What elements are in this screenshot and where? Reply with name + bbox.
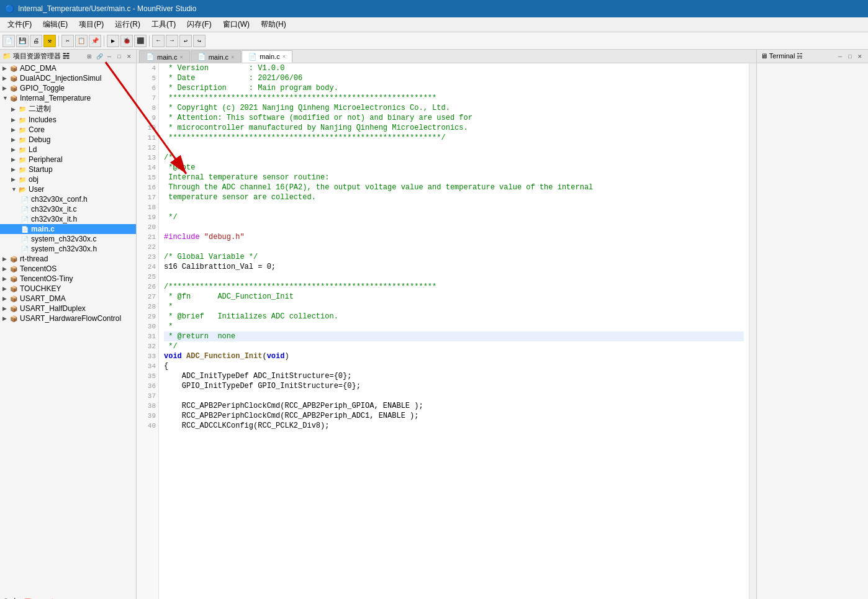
collapse-icon[interactable]: ⊞	[85, 52, 94, 61]
menu-window[interactable]: 窗口(W)	[218, 18, 255, 31]
tree-icon-USART_HardwareFlowControl: 📦	[9, 314, 19, 323]
tree-icon-USART_HalfDuplex: 📦	[9, 304, 19, 313]
tree-item-TOUCHKEY[interactable]: ▶📦TOUCHKEY	[0, 284, 136, 294]
close-panel-icon[interactable]: ✕	[125, 52, 133, 61]
close-tab1[interactable]: ×	[179, 54, 183, 60]
tree-item-ch32v30x_it.h[interactable]: 📄ch32v30x_it.h	[0, 214, 136, 224]
editor-area: 📄 main.c × 📄 main.c × 📄 main.c × 4567891…	[137, 50, 756, 599]
menu-help[interactable]: 帮助(H)	[256, 18, 291, 31]
tree-icon-ADC_DMA: 📦	[9, 64, 19, 73]
tree-arrow-ADC_DMA: ▶	[2, 65, 9, 71]
tree-arrow-USART_HalfDuplex: ▶	[2, 305, 9, 312]
minimize-icon[interactable]: ─	[105, 52, 114, 61]
tree-arrow-Debug: ▶	[11, 137, 17, 143]
tree-arrow-obj: ▶	[11, 176, 17, 182]
link-icon[interactable]: 🔗	[95, 52, 104, 61]
tab-main2[interactable]: 📄 main.c ×	[191, 50, 242, 63]
tree-item-TencentOS-Tiny[interactable]: ▶📦TencentOS-Tiny	[0, 274, 136, 284]
tree-arrow-Includes: ▶	[11, 117, 17, 123]
tb-forward[interactable]: →	[166, 35, 178, 47]
tree-item-二进制[interactable]: ▶📁二进制	[0, 103, 136, 115]
tb-save[interactable]: 💾	[16, 35, 29, 47]
line-num-29: 29	[139, 312, 156, 322]
tree-item-Core[interactable]: ▶📁Core	[0, 125, 136, 135]
code-line-6: * Description : Main program body.	[164, 83, 744, 93]
line-num-7: 7	[139, 93, 156, 103]
tree-item-Internal_Temperature[interactable]: ▼📦Internal_Temperature	[0, 93, 136, 103]
tb-stop[interactable]: ⬛	[134, 35, 147, 47]
tb-back[interactable]: ←	[152, 35, 165, 47]
tree-label-rt-thread: rt-thread	[20, 254, 48, 263]
terminal-maximize[interactable]: □	[846, 52, 854, 61]
code-line-32: */	[164, 341, 744, 351]
menu-flash[interactable]: 闪存(F)	[182, 18, 216, 31]
tree-item-system_ch32v30x.c[interactable]: 📄system_ch32v30x.c	[0, 234, 136, 244]
tree-item-rt-thread[interactable]: ▶📦rt-thread	[0, 254, 136, 264]
tree-item-DualADC_InjectionSimul[interactable]: ▶📦DualADC_InjectionSimul	[0, 73, 136, 83]
tree-icon-rt-thread: 📦	[9, 254, 19, 263]
tree-item-Includes[interactable]: ▶📁Includes	[0, 115, 136, 125]
tree-item-Debug[interactable]: ▶📁Debug	[0, 135, 136, 145]
tree-icon-system_ch32v30x.h: 📄	[20, 245, 30, 253]
tree-item-USART_DMA[interactable]: ▶📦USART_DMA	[0, 294, 136, 304]
tree-item-ch32v30x_conf.h[interactable]: 📄ch32v30x_conf.h	[0, 194, 136, 204]
line-num-39: 39	[139, 411, 156, 421]
line-num-8: 8	[139, 103, 156, 113]
line-num-19: 19	[139, 212, 156, 222]
tree-icon-DualADC_InjectionSimul: 📦	[9, 74, 19, 83]
tb-run[interactable]: ▶	[107, 35, 119, 47]
outline-tab[interactable]: 🗒 大纲	[2, 597, 19, 600]
tree-item-obj[interactable]: ▶📁obj	[0, 174, 136, 184]
tb-paste[interactable]: 📌	[89, 35, 101, 47]
tree-icon-ch32v30x_it.h: 📄	[20, 215, 30, 223]
editor-scrollbar[interactable]	[749, 63, 756, 599]
terminal-header: 🖥 Terminal ☵ ─ □ ✕	[757, 50, 868, 63]
code-line-31: * @return none	[164, 331, 744, 341]
menu-file[interactable]: 文件(F)	[2, 18, 37, 31]
tree-item-Startup[interactable]: ▶📁Startup	[0, 164, 136, 174]
code-area[interactable]: * Version : V1.0.0 * Date : 2021/06/06 *…	[159, 63, 749, 599]
tb-redo[interactable]: ↪	[193, 35, 206, 47]
tree-arrow-TencentOS-Tiny: ▶	[2, 276, 9, 282]
line-num-37: 37	[139, 391, 156, 401]
tree-item-main.c[interactable]: 📄main.c	[0, 224, 136, 234]
menu-edit[interactable]: 编辑(E)	[38, 18, 73, 31]
code-line-40: RCC_ADCCLKConfig(RCC_PCLK2_Div8);	[164, 421, 744, 431]
tb-copy[interactable]: 📋	[75, 35, 88, 47]
tb-sep1	[58, 35, 59, 47]
tb-undo[interactable]: ↩	[179, 35, 192, 47]
tb-new[interactable]: 📄	[2, 35, 15, 47]
maximize-icon[interactable]: □	[115, 52, 124, 61]
menu-run[interactable]: 运行(R)	[110, 18, 145, 31]
tb-print[interactable]: 🖨	[30, 35, 42, 47]
tb-cut[interactable]: ✂	[61, 35, 74, 47]
tb-debug[interactable]: 🐞	[120, 35, 133, 47]
tree-item-system_ch32v30x.h[interactable]: 📄system_ch32v30x.h	[0, 244, 136, 254]
close-tab3[interactable]: ×	[283, 53, 286, 60]
menu-project[interactable]: 项目(P)	[74, 18, 109, 31]
terminal-minimize[interactable]: ─	[836, 52, 844, 61]
tree-item-GPIO_Toggle[interactable]: ▶📦GPIO_Toggle	[0, 83, 136, 93]
tree-item-ADC_DMA[interactable]: ▶📦ADC_DMA	[0, 63, 136, 73]
tree-item-Peripheral[interactable]: ▶📁Peripheral	[0, 155, 136, 164]
tb-build[interactable]: ⚒	[43, 35, 56, 47]
line-num-9: 9	[139, 113, 156, 123]
tree-icon-ch32v30x_conf.h: 📄	[20, 195, 30, 204]
terminal-close[interactable]: ✕	[856, 52, 864, 61]
tab-main1[interactable]: 📄 main.c ×	[139, 50, 190, 63]
tree-item-USART_HardwareFlowControl[interactable]: ▶📦USART_HardwareFlowControl	[0, 313, 136, 323]
code-line-12	[164, 143, 744, 153]
tree-item-USART_HalfDuplex[interactable]: ▶📦USART_HalfDuplex	[0, 304, 136, 313]
close-tab2[interactable]: ×	[231, 54, 234, 60]
tree-item-User[interactable]: ▼📂User	[0, 184, 136, 194]
code-line-39: RCC_APB2PeriphClockCmd(RCC_APB2Periph_AD…	[164, 411, 744, 421]
tree-item-TencentOS[interactable]: ▶📦TencentOS	[0, 264, 136, 274]
code-line-28: *	[164, 302, 744, 312]
code-line-27: * @fn ADC_Function_Init	[164, 292, 744, 302]
tab-main3[interactable]: 📄 main.c ×	[242, 50, 292, 63]
menu-tools[interactable]: 工具(T)	[147, 18, 181, 31]
code-line-30: *	[164, 322, 744, 331]
tree-item-Ld[interactable]: ▶📁Ld	[0, 145, 136, 155]
tb-sep2	[104, 35, 104, 47]
tree-item-ch32v30x_it.c[interactable]: 📄ch32v30x_it.c	[0, 204, 136, 214]
